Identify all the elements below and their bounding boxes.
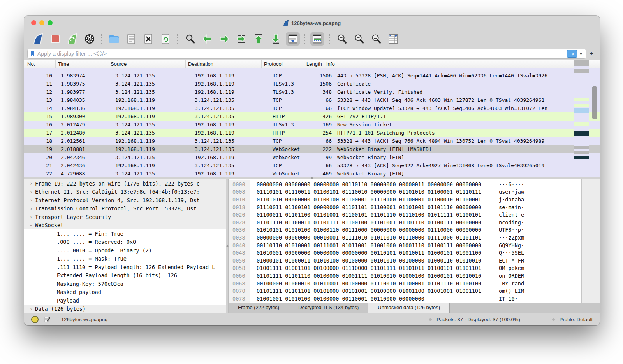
intelligent-scrollbar-minimap[interactable]	[574, 60, 589, 177]
bytes-row[interactable]: 004000110110 01010001 00111001 01011001 …	[229, 242, 600, 249]
column-header-time[interactable]: Time	[56, 60, 108, 68]
column-header-info[interactable]: Info	[324, 60, 574, 68]
byte-bits[interactable]: 01101111 01101110 00100000 01001111 0101…	[257, 273, 489, 279]
go-to-packet-button[interactable]	[234, 32, 248, 46]
zoom-out-button[interactable]	[352, 32, 366, 46]
byte-bits[interactable]: 00110110 01010001 00111001 01011001 0100…	[257, 242, 489, 248]
bytes-row[interactable]: 004801010001 00000000 00000000 00000000 …	[229, 249, 600, 257]
apply-filter-button[interactable]: ➜	[567, 50, 577, 58]
packet-row-18[interactable]: 182.012561192.168.1.1193.124.121.135TCP6…	[24, 137, 600, 145]
detail-row[interactable]: ›Internet Protocol Version 4, Src: 192.1…	[24, 196, 226, 205]
bytes-row[interactable]: 001801110011 01100101 00000000 01101101 …	[229, 203, 600, 211]
byte-ascii[interactable]: 6Q9YHNg·	[499, 242, 524, 248]
display-filter-input[interactable]: Apply a display filter ... <⌘/> ➜ ▼	[27, 49, 586, 59]
previous-packet-button[interactable]	[200, 32, 214, 46]
byte-bits[interactable]: 01101010 00000000 01100100 01100001 0111…	[257, 196, 489, 203]
filter-dropdown-arrow[interactable]: ▼	[577, 52, 584, 56]
column-header-no[interactable]: No.	[24, 60, 56, 68]
bytes-row[interactable]: 005801001111 01001101 00100000 01110000 …	[229, 264, 600, 272]
byte-ascii[interactable]: se·main·	[499, 204, 524, 210]
packet-row-12[interactable]: 121.9839773.124.121.135192.168.1.119TLSv…	[24, 88, 600, 96]
resize-columns-button[interactable]	[386, 32, 400, 46]
byte-ascii[interactable]: ···zZpxm	[499, 234, 524, 241]
byte-ascii[interactable]: on ORDER	[499, 273, 524, 279]
column-header-protocol[interactable]: Protocol	[262, 60, 304, 68]
packet-row-19[interactable]: 192.018881192.168.1.1193.124.121.135WebS…	[24, 145, 600, 153]
byte-ascii[interactable]: BY rand	[499, 280, 524, 287]
bytes-row[interactable]: 003800000000 00000000 00010001 01111010 …	[229, 234, 600, 242]
detail-row[interactable]: Extended Payload length (16 bits): 126	[24, 271, 226, 280]
byte-ascii[interactable]: UTF8··p·	[499, 227, 524, 233]
byte-ascii[interactable]: om() LIM	[499, 288, 524, 294]
chevron-collapsed-icon[interactable]: ›	[27, 206, 35, 212]
vertical-splitter[interactable]	[226, 179, 229, 313]
bytes-row[interactable]: 006800100000 01000010 01011001 00100000 …	[229, 280, 600, 287]
detail-row[interactable]: 1... .... = Mask: True	[24, 255, 226, 263]
bytes-row[interactable]: 006001101111 01101110 00100000 01001111 …	[229, 272, 600, 280]
byte-bits[interactable]: 00100000 01000010 01011001 00100000 0111…	[257, 280, 489, 287]
bytes-row[interactable]: 000801110101 01110011 01100101 01110010 …	[229, 188, 600, 196]
packet-list-scrollbar-thumb[interactable]	[592, 86, 597, 119]
auto-scroll-toggle[interactable]	[286, 32, 300, 46]
byte-ascii[interactable]: OM pokem	[499, 265, 524, 271]
detail-row[interactable]: ›Transmission Control Protocol, Src Port…	[24, 205, 226, 213]
packet-row-14[interactable]: 141.984136192.168.1.1193.124.121.135TCP6…	[24, 104, 600, 112]
bytes-row[interactable]: 005001000101 01000011 01010100 00100000 …	[229, 257, 600, 264]
byte-ascii[interactable]: ECT * FR	[499, 257, 524, 264]
byte-ascii[interactable]: j·databa	[499, 196, 524, 203]
byte-bits[interactable]: 01000101 01000011 01010100 00100000 0010…	[257, 257, 489, 264]
detail-row[interactable]: ›Ethernet II, Src: CalDigit_13:e7:8c (64…	[24, 188, 226, 196]
add-filter-button[interactable]: +	[586, 50, 597, 58]
byte-ascii[interactable]: ···6····	[499, 181, 524, 187]
packet-row-22[interactable]: 224.7290883.124.121.135192.168.1.119WebS…	[24, 170, 600, 177]
chevron-collapsed-icon[interactable]: ›	[27, 189, 35, 195]
byte-bits[interactable]: 01101111 01101101 00101000 00101001 0010…	[257, 288, 489, 294]
stop-capture-button[interactable]	[48, 32, 62, 46]
bytes-row[interactable]: 007801001001 01010100 00100000 00110001 …	[229, 295, 600, 303]
byte-bits[interactable]: 01010001 00000000 00000000 00000000 0011…	[257, 250, 489, 256]
reload-file-button[interactable]	[158, 32, 172, 46]
detail-row[interactable]: 1... .... = Fin: True	[24, 229, 226, 238]
byte-bits[interactable]: 01101110 01100011 01101111 01100100 0110…	[257, 219, 489, 226]
chevron-collapsed-icon[interactable]: ›	[27, 306, 35, 312]
column-header-destination[interactable]: Destination	[186, 60, 262, 68]
detail-row[interactable]: Masked payload	[24, 288, 226, 297]
byte-ascii[interactable]: client_e	[499, 212, 524, 218]
capture-options-button[interactable]	[83, 32, 97, 46]
bytes-row[interactable]: 002001100011 01101100 01101001 01100101 …	[229, 211, 600, 219]
byte-ascii[interactable]: Q···5SEL	[499, 250, 524, 256]
packet-row-16[interactable]: 162.0124793.124.121.135192.168.1.119TLSv…	[24, 121, 600, 129]
detail-row[interactable]: ›Data (126 bytes)	[24, 305, 226, 313]
chevron-expanded-icon[interactable]: ›	[28, 221, 34, 229]
bytes-tab-unmasked[interactable]: Unmasked data (126 bytes)	[368, 303, 450, 313]
byte-ascii[interactable]: ncoding·	[499, 219, 524, 226]
colorize-toggle[interactable]	[310, 32, 324, 46]
byte-bits[interactable]: 00000000 00000000 00000000 00110110 0000…	[257, 181, 489, 187]
zoom-in-button[interactable]	[335, 32, 349, 46]
column-header-source[interactable]: Source	[108, 60, 186, 68]
detail-row[interactable]: .111 1110 = Payload length: 126 Extended…	[24, 263, 226, 271]
byte-bits[interactable]: 01001001 01010100 00100000 00110001 0011…	[257, 296, 489, 302]
packet-row-21[interactable]: 212.042436192.168.1.1193.124.121.135TCP6…	[24, 161, 600, 170]
packet-row-20[interactable]: 202.0423463.124.121.135192.168.1.119WebS…	[24, 153, 600, 161]
packet-row-10[interactable]: 101.9839743.124.121.135192.168.1.119TCP1…	[24, 72, 600, 80]
byte-bits[interactable]: 01110011 01100101 00000000 01101101 0110…	[257, 204, 489, 210]
detail-row[interactable]: Payload	[24, 296, 226, 305]
profile-label[interactable]: Profile: Default	[560, 317, 593, 322]
byte-bits[interactable]: 01110101 01110011 01100101 01110010 0000…	[257, 189, 489, 195]
column-header-length[interactable]: Length	[304, 60, 324, 68]
find-packet-button[interactable]	[183, 32, 197, 46]
chevron-collapsed-icon[interactable]: ›	[27, 214, 35, 220]
detail-row[interactable]: .... 0010 = Opcode: Binary (2)	[24, 246, 226, 255]
zoom-reset-button[interactable]	[369, 32, 383, 46]
detail-row[interactable]: .000 .... = Reserved: 0x0	[24, 238, 226, 247]
first-packet-button[interactable]	[252, 32, 266, 46]
capture-comment-icon[interactable]	[44, 316, 50, 322]
save-file-button[interactable]	[124, 32, 138, 46]
open-file-button[interactable]	[107, 32, 121, 46]
bytes-row[interactable]: 000000000000 00000000 00000000 00110110 …	[229, 180, 600, 188]
expert-info-icon[interactable]	[31, 316, 39, 323]
byte-bits[interactable]: 01100011 01101100 01101001 01100101 0110…	[257, 212, 489, 218]
chevron-collapsed-icon[interactable]: ›	[27, 197, 35, 203]
close-file-button[interactable]	[141, 32, 155, 46]
